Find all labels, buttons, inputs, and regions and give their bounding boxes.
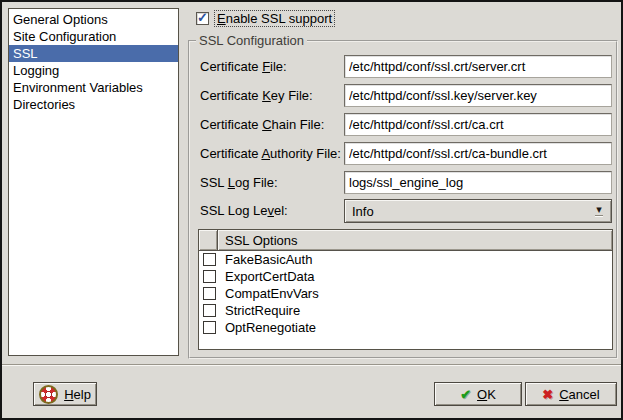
exportcertdata-checkbox[interactable] — [203, 270, 216, 283]
sidebar-item-environment-variables[interactable]: Environment Variables — [9, 79, 178, 96]
optrenegotiate-checkbox[interactable] — [203, 321, 216, 334]
option-label: FakeBasicAuth — [225, 252, 312, 267]
ssl-log-file-label: SSL Log File: — [200, 175, 278, 190]
sidebar-item-directories[interactable]: Directories — [9, 96, 178, 113]
option-label: StrictRequire — [225, 303, 300, 318]
certificate-authority-file-input[interactable] — [344, 142, 612, 165]
certificate-key-file-input[interactable] — [344, 84, 612, 107]
enable-ssl-checkbox[interactable]: ✓ — [196, 12, 209, 25]
ssl-options-column-header[interactable]: SSL Options — [218, 230, 612, 251]
label-rest: nable SSL support — [226, 11, 332, 26]
certificate-key-file-label: Certificate Key File: — [200, 88, 313, 103]
table-header: SSL Options — [199, 230, 612, 251]
help-lifebuoy-icon — [39, 385, 58, 404]
certificate-authority-file-label: Certificate Authority File: — [200, 146, 341, 161]
strictrequire-checkbox[interactable] — [203, 304, 216, 317]
table-row[interactable]: OptRenegotiate — [199, 319, 612, 336]
cancel-button-label: Cancel — [559, 387, 599, 402]
enable-ssl-label[interactable]: Enable SSL support — [214, 10, 335, 27]
ssl-log-level-label: SSL Log Level: — [200, 203, 288, 218]
sidebar-item-ssl[interactable]: SSL — [9, 45, 178, 62]
divider — [2, 364, 621, 366]
chevron-down-icon: ▾ — [587, 206, 611, 217]
category-list: General Options Site Configuration SSL L… — [8, 8, 179, 356]
ok-button[interactable]: ✔ OK — [434, 382, 522, 406]
sidebar-item-general-options[interactable]: General Options — [9, 11, 178, 28]
table-row[interactable]: StrictRequire — [199, 302, 612, 319]
cancel-button[interactable]: ✖ Cancel — [525, 382, 617, 406]
ssl-options-table: SSL Options FakeBasicAuth ExportCertData… — [198, 229, 613, 350]
compatenvvars-checkbox[interactable] — [203, 287, 216, 300]
checkmark-icon: ✓ — [197, 10, 208, 25]
frame-title: SSL Configuration — [196, 33, 307, 48]
ssl-configuration-dialog: General Options Site Configuration SSL L… — [0, 0, 623, 420]
sidebar-item-site-configuration[interactable]: Site Configuration — [9, 28, 178, 45]
help-button[interactable]: Help — [33, 382, 97, 406]
certificate-chain-file-input[interactable] — [344, 113, 612, 136]
checkbox-column-header[interactable] — [199, 230, 218, 251]
certificate-file-input[interactable] — [344, 55, 612, 78]
ok-check-icon: ✔ — [460, 387, 471, 402]
fakebasicauth-checkbox[interactable] — [203, 253, 216, 266]
certificate-chain-file-label: Certificate Chain File: — [200, 117, 324, 132]
cancel-x-icon: ✖ — [542, 387, 553, 402]
table-row[interactable]: FakeBasicAuth — [199, 251, 612, 268]
option-label: OptRenegotiate — [225, 320, 316, 335]
option-label: CompatEnvVars — [225, 286, 319, 301]
dropdown-selected-value: Info — [345, 204, 587, 219]
option-label: ExportCertData — [225, 269, 315, 284]
table-row[interactable]: ExportCertData — [199, 268, 612, 285]
certificate-file-label: Certificate File: — [200, 59, 287, 74]
sidebar-item-logging[interactable]: Logging — [9, 62, 178, 79]
enable-ssl-checkbox-row[interactable]: ✓ Enable SSL support — [196, 9, 335, 27]
ssl-configuration-frame: SSL Configuration Certificate File: Cert… — [188, 40, 618, 359]
ssl-log-level-dropdown[interactable]: Info ▾ — [344, 199, 612, 223]
mnemonic: E — [217, 11, 226, 26]
ssl-log-file-input[interactable] — [344, 171, 612, 194]
ok-button-label: OK — [477, 387, 496, 402]
help-button-label: Help — [64, 387, 91, 402]
table-row[interactable]: CompatEnvVars — [199, 285, 612, 302]
